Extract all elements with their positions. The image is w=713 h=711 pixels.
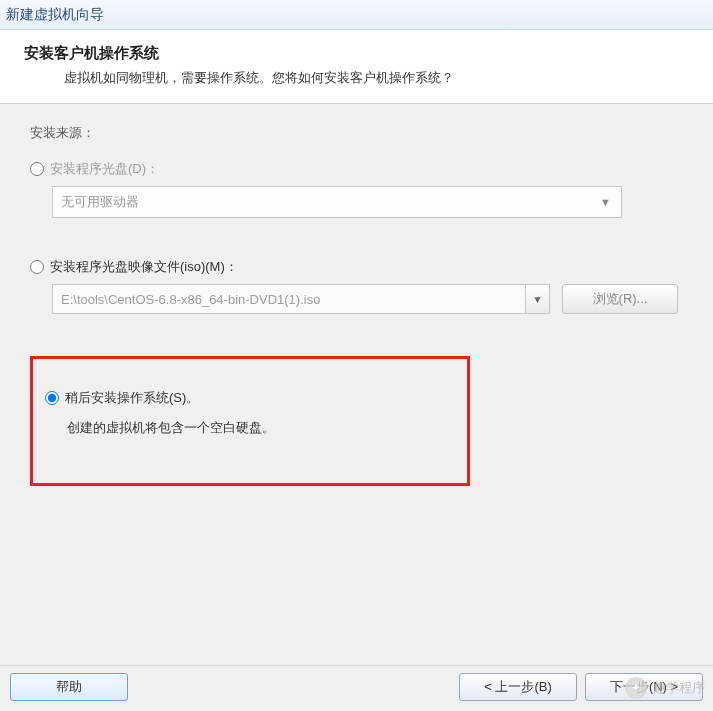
option-later-highlight: 稍后安装操作系统(S)。 创建的虚拟机将包含一个空白硬盘。 [30,356,470,486]
option-disc-label: 安装程序光盘(D)： [50,160,159,178]
window-title: 新建虚拟机向导 [6,6,104,24]
chevron-down-icon: ▼ [600,196,611,208]
disc-drive-select[interactable]: 无可用驱动器 ▼ [52,186,622,218]
iso-path-combo[interactable]: E:\tools\CentOS-6.8-x86_64-bin-DVD1(1).i… [52,284,550,314]
iso-path-text: E:\tools\CentOS-6.8-x86_64-bin-DVD1(1).i… [53,292,328,307]
next-button-label: 下一步(N) > [610,678,678,696]
option-iso[interactable]: 安装程序光盘映像文件(iso)(M)： [30,258,683,276]
help-button-label: 帮助 [56,678,82,696]
back-button[interactable]: < 上一步(B) [459,673,577,701]
page-description: 虚拟机如同物理机，需要操作系统。您将如何安装客户机操作系统？ [64,69,689,87]
titlebar: 新建虚拟机向导 [0,0,713,30]
back-button-label: < 上一步(B) [484,678,552,696]
option-later-label: 稍后安装操作系统(S)。 [65,389,199,407]
browse-button-label: 浏览(R)... [593,290,648,308]
help-button[interactable]: 帮助 [10,673,128,701]
radio-iso[interactable] [30,260,44,274]
next-button[interactable]: 下一步(N) > [585,673,703,701]
browse-button[interactable]: 浏览(R)... [562,284,678,314]
radio-later[interactable] [45,391,59,405]
radio-disc[interactable] [30,162,44,176]
chevron-down-icon[interactable]: ▼ [525,285,549,313]
option-iso-label: 安装程序光盘映像文件(iso)(M)： [50,258,238,276]
option-disc[interactable]: 安装程序光盘(D)： [30,160,683,178]
wizard-footer: 帮助 < 上一步(B) 下一步(N) > [0,665,713,701]
option-later[interactable]: 稍后安装操作系统(S)。 [45,389,443,407]
wizard-header: 安装客户机操作系统 虚拟机如同物理机，需要操作系统。您将如何安装客户机操作系统？ [0,30,713,104]
page-title: 安装客户机操作系统 [24,44,689,63]
option-later-description: 创建的虚拟机将包含一个空白硬盘。 [67,419,443,437]
wizard-content: 安装来源： 安装程序光盘(D)： 无可用驱动器 ▼ 安装程序光盘映像文件(iso… [0,104,713,496]
source-legend: 安装来源： [30,124,683,142]
disc-drive-text: 无可用驱动器 [61,193,139,211]
